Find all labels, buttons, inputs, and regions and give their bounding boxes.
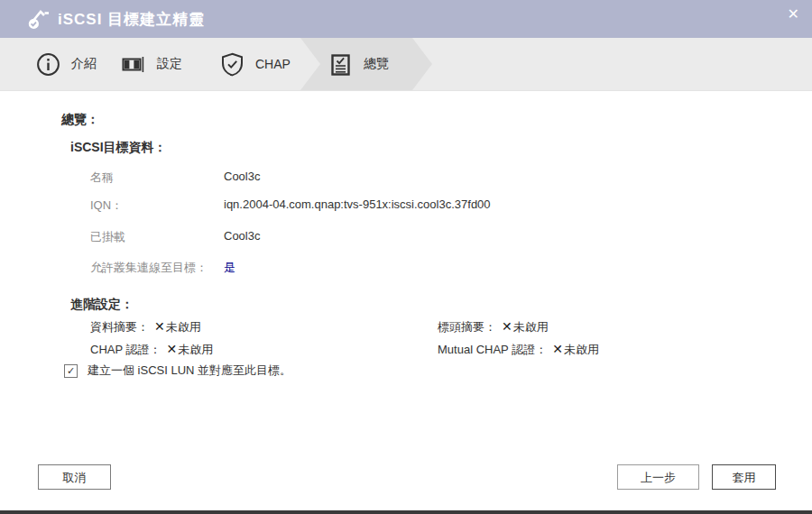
step-label: CHAP xyxy=(255,57,291,71)
advanced-heading: 進階設定： xyxy=(70,297,134,313)
status-value: 未啟用 xyxy=(178,343,213,356)
header-digest-status: 標頭摘要：✕未啟用 xyxy=(438,319,549,335)
wizard-step-bar: 介紹 設定 CHAP xyxy=(0,38,812,91)
lun-icon xyxy=(122,52,146,77)
status-label: 標頭摘要： xyxy=(438,320,496,334)
lun-checkbox[interactable]: ✓ xyxy=(64,364,78,378)
status-label: CHAP 認證： xyxy=(90,343,161,356)
x-icon: ✕ xyxy=(167,342,178,356)
field-label: 已掛載 xyxy=(90,229,125,245)
target-name-row: 名稱 Cool3c xyxy=(0,170,812,186)
titlebar: iSCSI 目標建立精靈 ✕ xyxy=(0,0,812,38)
status-label: 資料摘要： xyxy=(90,320,149,334)
x-icon: ✕ xyxy=(502,319,512,334)
step-intro[interactable]: 介紹 xyxy=(36,38,97,90)
status-value: 未啟用 xyxy=(166,320,201,334)
target-info-heading: iSCSI目標資料： xyxy=(70,140,167,156)
step-settings[interactable]: 設定 xyxy=(122,38,182,90)
lun-checkbox-row: ✓ 建立一個 iSCSI LUN 並對應至此目標。 xyxy=(64,363,291,379)
data-digest-status: 資料摘要：✕未啟用 xyxy=(90,319,201,335)
close-icon[interactable]: ✕ xyxy=(788,4,799,25)
field-value: Cool3c xyxy=(224,229,260,243)
back-button[interactable]: 上一步 xyxy=(617,464,699,490)
bottom-strip xyxy=(0,510,812,514)
step-summary[interactable]: 總覽 xyxy=(328,38,389,90)
lun-checkbox-label: 建立一個 iSCSI LUN 並對應至此目標。 xyxy=(88,363,291,379)
step-label: 設定 xyxy=(157,56,182,72)
status-value: 未啟用 xyxy=(564,343,599,356)
shield-icon xyxy=(220,52,245,77)
summary-panel: 總覽： iSCSI目標資料： 名稱 Cool3c IQN： iqn.2004-0… xyxy=(0,91,812,514)
wizard-icon xyxy=(26,7,50,31)
dialog-title: iSCSI 目標建立精靈 xyxy=(58,9,205,30)
field-label: 名稱 xyxy=(90,170,114,186)
field-label: 允許叢集連線至目標： xyxy=(90,260,208,276)
iscsi-target-wizard-dialog: iSCSI 目標建立精靈 ✕ 介紹 xyxy=(0,0,812,514)
status-label: Mutual CHAP 認證： xyxy=(438,343,547,356)
step-chap[interactable]: CHAP xyxy=(220,38,291,90)
summary-icon xyxy=(328,52,353,77)
step-label: 介紹 xyxy=(71,56,97,72)
iqn-row: IQN： iqn.2004-04.com.qnap:tvs-951x:iscsi… xyxy=(0,197,812,214)
field-label: IQN： xyxy=(90,197,123,214)
step-label: 總覽 xyxy=(364,56,389,72)
apply-button[interactable]: 套用 xyxy=(712,464,776,490)
chap-auth-status: CHAP 認證：✕未啟用 xyxy=(90,342,213,358)
mounted-row: 已掛載 Cool3c xyxy=(0,229,812,245)
x-icon: ✕ xyxy=(552,342,563,356)
cluster-access-row: 允許叢集連線至目標： 是 xyxy=(0,260,812,276)
x-icon: ✕ xyxy=(154,319,165,334)
overview-heading: 總覽： xyxy=(61,112,99,128)
field-value: Cool3c xyxy=(224,170,260,183)
field-value: 是 xyxy=(224,260,235,276)
mutual-chap-auth-status: Mutual CHAP 認證：✕未啟用 xyxy=(438,342,599,358)
field-value: iqn.2004-04.com.qnap:tvs-951x:iscsi.cool… xyxy=(224,197,491,211)
cancel-button[interactable]: 取消 xyxy=(38,464,111,490)
status-value: 未啟用 xyxy=(513,320,549,334)
info-icon xyxy=(36,52,60,77)
